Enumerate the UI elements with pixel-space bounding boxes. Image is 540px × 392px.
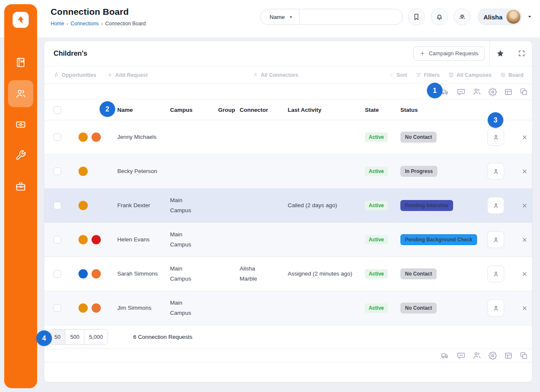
breadcrumb: Home › Connections › Connection Board <box>51 21 146 27</box>
sidebar-item-finance[interactable] <box>8 111 33 138</box>
all-connectors-filter[interactable]: All Connectors <box>253 72 298 78</box>
column-header-state[interactable]: State <box>365 107 400 113</box>
settings-button[interactable] <box>489 351 497 360</box>
sidebar-item-work[interactable] <box>8 173 33 200</box>
cell-campus: Main Campus <box>170 230 218 250</box>
column-header-name[interactable]: Name <box>117 107 170 113</box>
close-icon[interactable] <box>521 203 528 209</box>
page-size-50[interactable]: 50 <box>50 330 65 344</box>
table-row[interactable]: Helen Evans Main Campus Active Pending B… <box>44 223 532 257</box>
all-campuses-label: All Campuses <box>456 72 491 78</box>
connection-board-panel: Children's Campaign Requests Opportuniti… <box>44 41 532 382</box>
breadcrumb-current: Connection Board <box>105 21 146 27</box>
assign-connector-button[interactable] <box>487 300 504 316</box>
status-badge: No Contact <box>400 132 437 143</box>
breadcrumb-connections-link[interactable]: Connections <box>70 21 99 27</box>
page-size-5000[interactable]: 5,000 <box>84 330 108 344</box>
page-title: Connection Board <box>51 7 129 17</box>
assign-connector-button[interactable] <box>487 197 504 214</box>
pagination-bar: 50 500 5,000 6 Connection Requests <box>44 325 532 349</box>
breadcrumb-home-link[interactable]: Home <box>51 21 64 27</box>
campaign-requests-button[interactable]: Campaign Requests <box>413 46 485 61</box>
plus-icon <box>107 72 113 78</box>
table-view-button[interactable] <box>504 88 513 96</box>
user-menu[interactable]: Alisha <box>478 8 522 25</box>
user-name: Alisha <box>483 14 502 21</box>
sort-icon <box>389 72 394 78</box>
search-input[interactable] <box>300 9 402 24</box>
column-header-status[interactable]: Status <box>400 107 487 113</box>
status-dot <box>78 132 88 142</box>
callout-2: 2 <box>100 101 115 117</box>
search-filter-dropdown[interactable]: Name <box>261 9 299 24</box>
copy-button[interactable] <box>520 88 528 96</box>
close-icon[interactable] <box>521 305 528 311</box>
table-row[interactable]: Jim Simmons Main Campus Active No Contac… <box>44 291 532 325</box>
chevron-down-icon[interactable] <box>527 14 532 19</box>
assign-connector-button[interactable] <box>487 163 504 180</box>
table-row[interactable]: Becky Peterson Active In Progress <box>44 154 532 189</box>
column-header-connector[interactable]: Connector <box>240 107 288 113</box>
add-request-label: Add Request <box>115 72 148 78</box>
grid-actions-bar-top <box>44 84 532 100</box>
table-row[interactable]: Frank Dexter Main Campus Called (2 days … <box>44 189 532 223</box>
close-icon[interactable] <box>521 134 528 141</box>
filters-button[interactable]: Filters <box>416 72 440 78</box>
communication-button[interactable] <box>457 351 465 360</box>
add-request-button[interactable]: Add Request <box>107 72 148 78</box>
status-dot <box>92 235 101 244</box>
fullscreen-button[interactable] <box>511 41 532 66</box>
sun-button[interactable] <box>454 8 470 25</box>
settings-button[interactable] <box>489 88 497 96</box>
copy-button[interactable] <box>520 351 528 360</box>
person-icon <box>253 72 258 78</box>
page-size-500[interactable]: 500 <box>65 330 84 344</box>
status-dot <box>78 303 88 313</box>
status-dot <box>92 269 101 278</box>
page-size-group: 50 500 5,000 <box>49 329 108 345</box>
table-row[interactable]: Sarah Simmons Main Campus Alisha Marble … <box>44 257 532 291</box>
sidebar-item-journal[interactable] <box>8 49 33 76</box>
state-badge: Active <box>365 303 388 313</box>
assign-connector-button[interactable] <box>487 265 504 282</box>
app-logo[interactable] <box>13 12 29 28</box>
rock-logo-icon <box>15 14 26 25</box>
select-all-checkbox[interactable] <box>54 106 61 114</box>
column-header-group[interactable]: Group <box>218 107 240 113</box>
all-campuses-filter[interactable]: All Campuses <box>448 72 491 78</box>
row-checkbox[interactable] <box>54 304 61 312</box>
request-dots <box>69 269 117 278</box>
column-header-campus[interactable]: Campus <box>170 107 218 113</box>
opportunity-title: Children's <box>54 49 87 57</box>
notifications-button[interactable] <box>431 8 448 25</box>
row-checkbox[interactable] <box>54 133 61 141</box>
assign-people-button[interactable] <box>472 351 481 360</box>
communicate-vehicle-button[interactable] <box>441 351 450 360</box>
sidebar-item-people[interactable] <box>8 80 33 107</box>
close-icon[interactable] <box>521 168 528 175</box>
row-checkbox[interactable] <box>54 168 61 175</box>
assign-people-button[interactable] <box>472 87 481 96</box>
cell-last-activity: Called (2 days ago) <box>288 200 365 211</box>
communication-button[interactable] <box>457 88 465 96</box>
row-checkbox[interactable] <box>54 236 61 243</box>
assign-connector-button[interactable] <box>487 231 504 248</box>
bookmark-button[interactable] <box>408 8 425 25</box>
column-header-last-activity[interactable]: Last Activity <box>288 107 365 113</box>
close-icon[interactable] <box>521 237 528 243</box>
close-icon[interactable] <box>521 271 528 277</box>
row-checkbox[interactable] <box>54 270 61 278</box>
board-view-toggle[interactable]: Board <box>500 72 524 78</box>
person-icon <box>492 270 500 278</box>
board-label: Board <box>508 72 524 78</box>
sort-button[interactable]: Sort <box>389 72 407 78</box>
table-view-button[interactable] <box>504 351 513 360</box>
row-checkbox[interactable] <box>54 202 61 209</box>
assign-connector-button[interactable] <box>487 129 504 146</box>
table-row[interactable]: Jenny Michaels Active No Contact <box>44 120 532 154</box>
favorite-button[interactable] <box>490 41 511 66</box>
cell-connector: Alisha Marble <box>240 264 288 284</box>
sidebar-item-tools[interactable] <box>8 142 33 169</box>
opportunities-menu[interactable]: Opportunities <box>54 72 96 78</box>
chevron-down-icon <box>289 15 293 19</box>
